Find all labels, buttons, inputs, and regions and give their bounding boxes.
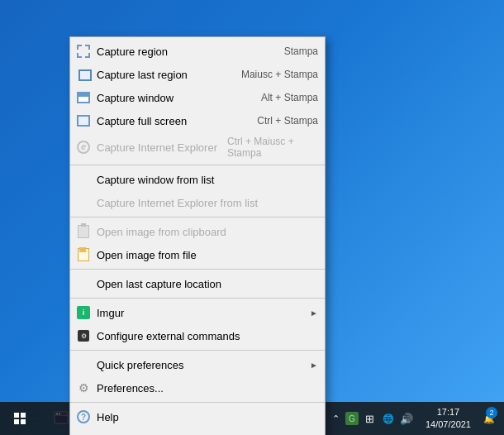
separator-5 [70,350,325,351]
no-icon-2 [75,194,92,211]
tray-icon-network[interactable]: 🌐 [380,410,397,427]
separator-3 [70,269,325,270]
menu-item-capture-ie-list[interactable]: Capture Internet Explorer from list [70,191,325,214]
svg-rect-2 [56,413,58,414]
menu-item-open-file[interactable]: Open image from file [70,243,325,266]
no-icon-4 [75,356,92,373]
menu-item-preferences[interactable]: ⚙ Preferences... [70,376,325,399]
menu-item-open-last-location[interactable]: Open last capture location [70,272,325,295]
separator-1 [70,165,325,165]
desktop: Capture region Stampa Capture last regio… [0,0,504,435]
heart-icon: ♥ [75,432,92,435]
clipboard-icon [75,223,92,240]
menu-item-imgur[interactable]: i Imgur ► [70,301,325,324]
capture-region-shortcut: Stampa [284,45,318,57]
file-icon [75,246,92,263]
menu-item-configure-external[interactable]: ⚙ Configure external commands [70,324,325,347]
config-icon: ⚙ [75,327,92,344]
start-button[interactable] [0,402,40,435]
menu-item-support[interactable]: ♥ Support Greenshot [70,428,325,435]
tray-icon-volume[interactable]: 🔊 [398,410,415,427]
menu-item-capture-ie[interactable]: Capture Internet Explorer Ctrl + Maiusc … [70,132,325,162]
menu-item-quick-prefs[interactable]: Quick preferences ► [70,353,325,376]
no-icon-1 [75,171,92,188]
context-menu: Capture region Stampa Capture last regio… [69,36,326,435]
gear-icon: ⚙ [75,380,92,396]
taskbar-search-icon [54,411,69,426]
capture-window-label: Capture window [97,92,251,104]
imgur-arrow: ► [310,308,318,318]
svg-rect-3 [59,413,60,414]
separator-4 [70,298,325,299]
greenshot-icon: G [345,412,359,425]
speaker-icon: 🔊 [400,413,413,425]
network-icon: 🌐 [383,413,394,424]
capture-region-label: Capture region [97,45,274,58]
separator-6 [70,402,325,403]
menu-item-capture-window-list[interactable]: Capture window from list [70,168,325,191]
preferences-label: Preferences... [97,382,318,394]
tray-icon-display[interactable]: ⊞ [362,410,378,427]
separator-2 [70,217,325,218]
capture-fullscreen-label: Capture full screen [97,115,247,127]
capture-last-region-label: Capture last region [97,69,231,81]
capture-ie-list-label: Capture Internet Explorer from list [97,197,318,209]
imgur-icon: i [75,304,92,321]
capture-window-list-label: Capture window from list [97,174,318,186]
capture-fullscreen-shortcut: Ctrl + Stampa [257,115,318,127]
quick-prefs-arrow: ► [310,361,318,370]
no-icon-3 [75,275,92,292]
fullscreen-icon [75,112,92,129]
help-icon: ? [75,409,92,425]
open-last-location-label: Open last capture location [97,278,318,290]
window-icon [75,89,92,106]
monitor-icon: ⊞ [365,413,374,425]
menu-item-capture-window[interactable]: Capture window Alt + Stampa [70,86,325,109]
system-tray: ⌃ G ⊞ 🌐 🔊 [326,410,419,428]
notification-button[interactable]: 🔔 2 [478,402,501,435]
capture-ie-label: Capture Internet Explorer [97,141,217,154]
windows-logo-icon [14,413,26,424]
open-clipboard-label: Open image from clipboard [97,226,318,238]
menu-item-capture-last-region[interactable]: Capture last region Maiusc + Stampa [70,63,325,86]
menu-item-help[interactable]: ? Help [70,405,325,428]
configure-external-label: Configure external commands [97,330,318,342]
region-icon [75,43,92,60]
open-file-label: Open image from file [97,249,318,261]
ie-icon [75,139,92,155]
menu-item-capture-region[interactable]: Capture region Stampa [70,40,325,63]
quick-prefs-label: Quick preferences [97,359,303,371]
tray-expand-button[interactable]: ⌃ [329,410,343,428]
help-label: Help [97,411,318,423]
menu-item-open-clipboard[interactable]: Open image from clipboard [70,220,325,243]
last-region-icon [75,66,92,83]
imgur-label: Imgur [97,307,303,319]
taskbar-clock[interactable]: 17:17 14/07/2021 [419,406,478,432]
capture-last-region-shortcut: Maiusc + Stampa [241,69,318,80]
capture-window-shortcut: Alt + Stampa [261,92,318,103]
menu-item-capture-fullscreen[interactable]: Capture full screen Ctrl + Stampa [70,109,325,132]
clock-time: 17:17 [437,406,460,418]
clock-date: 14/07/2021 [426,418,471,431]
notification-badge: 2 [486,407,497,418]
tray-icon-greenshot[interactable]: G [344,410,360,427]
taskbar-right-area: ⌃ G ⊞ 🌐 🔊 17:17 [326,402,504,435]
capture-ie-shortcut: Ctrl + Maiusc + Stampa [227,136,318,159]
